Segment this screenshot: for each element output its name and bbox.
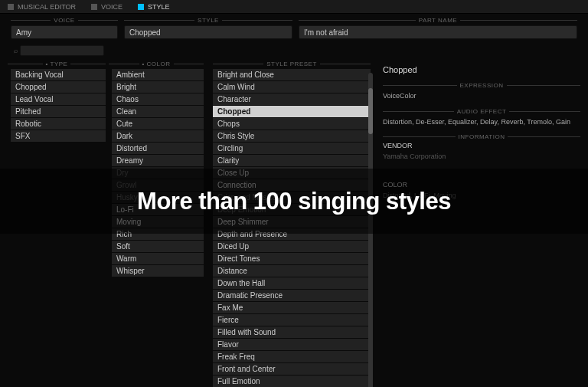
type-column-header: • TYPE — [43, 61, 71, 67]
list-item[interactable]: Filled with Sound — [213, 326, 371, 338]
list-item[interactable]: Fax Me — [213, 302, 371, 313]
list-item[interactable]: Crisp and Musical — [213, 192, 371, 203]
list-item[interactable]: Chopped — [213, 106, 371, 117]
type-list: Backing VocalChoppedLead VocalPitchedRob… — [11, 69, 106, 143]
voice-field[interactable]: Amy — [11, 25, 118, 39]
list-item[interactable]: Full Emotion — [213, 376, 371, 387]
expression-value: VoiceColor — [383, 89, 580, 105]
list-item[interactable]: Chris Style — [213, 130, 371, 142]
list-item[interactable]: Diced Up — [213, 241, 371, 252]
tab-style[interactable]: STYLE — [130, 0, 178, 13]
preset-list: Bright and CloseCalm WindCharacterChoppe… — [213, 69, 371, 387]
list-item[interactable]: Dreamy — [112, 155, 204, 166]
list-item[interactable]: Dramatic Presence — [213, 290, 371, 301]
square-icon — [138, 4, 144, 10]
voice-header-label: VOICE — [51, 17, 77, 24]
list-item[interactable]: Dark — [112, 130, 204, 142]
list-item[interactable]: Front and Center — [213, 363, 371, 375]
list-item[interactable]: Direct Tones — [213, 253, 371, 264]
expression-section-label: EXPRESSION — [457, 82, 507, 89]
list-item[interactable]: Husky — [112, 192, 204, 203]
list-item[interactable]: Chopped — [11, 81, 106, 93]
preset-scrollbar[interactable] — [368, 73, 373, 387]
list-item[interactable]: Calm Wind — [213, 81, 371, 93]
style-header-label: STYLE — [194, 17, 222, 24]
list-item[interactable]: Circling — [213, 143, 371, 154]
list-item[interactable]: Down the Hall — [213, 277, 371, 289]
vendor-value: Yamaha Corporation — [383, 149, 580, 166]
information-section-label: INFORMATION — [456, 133, 508, 140]
list-item[interactable]: SFX — [11, 130, 106, 142]
detail-color-label: COLOR — [383, 179, 580, 189]
list-item[interactable]: Bright and Close — [213, 69, 371, 80]
list-item[interactable]: Backing Vocal — [11, 69, 106, 80]
list-item[interactable]: Lead Vocal — [11, 93, 106, 105]
list-item[interactable]: Flavor — [213, 339, 371, 350]
list-item[interactable]: Bright — [112, 81, 204, 93]
list-item[interactable]: Lo-Fi — [112, 204, 204, 215]
search-row: ⌕ — [0, 44, 588, 59]
part-name-field[interactable]: I'm not afraid — [299, 25, 577, 39]
color-list: AmbientBrightChaosCleanCuteDarkDistorted… — [112, 69, 204, 277]
list-item[interactable]: Deep Shimmer — [213, 216, 371, 228]
list-item[interactable]: Close Up — [213, 167, 371, 179]
list-item[interactable]: Growl — [112, 179, 204, 191]
list-item[interactable]: Robotic — [11, 118, 106, 130]
tab-musical-editor[interactable]: MUSICAL EDITOR — [0, 0, 83, 13]
list-item[interactable]: Depth and Presence — [213, 228, 371, 240]
list-item[interactable]: Fierce — [213, 314, 371, 326]
list-item[interactable]: Warm — [112, 253, 204, 264]
list-item[interactable]: Pitched — [11, 106, 106, 117]
search-icon: ⌕ — [14, 47, 18, 54]
list-item[interactable]: Moving — [112, 216, 204, 228]
list-item[interactable]: Connection — [213, 179, 371, 191]
audio-effect-section-label: AUDIO EFFECT — [454, 108, 510, 115]
detail-title: Chopped — [383, 59, 580, 79]
list-item[interactable]: Freak Freq — [213, 351, 371, 362]
list-item[interactable]: Character — [213, 93, 371, 105]
list-item[interactable]: Distance — [213, 265, 371, 277]
list-item[interactable]: Dry — [112, 167, 204, 179]
scroll-thumb[interactable] — [368, 88, 373, 134]
preset-column-header: STYLE PRESET — [263, 61, 320, 67]
search-input[interactable] — [20, 45, 104, 56]
vendor-label: VENDOR — [383, 140, 580, 149]
part-header-label: PART NAME — [416, 17, 460, 24]
list-item[interactable]: Deep Emotion — [213, 204, 371, 215]
top-tabs: MUSICAL EDITOR VOICE STYLE — [0, 0, 588, 14]
list-item[interactable]: Chops — [213, 118, 371, 130]
list-item[interactable]: Ambient — [112, 69, 204, 80]
header-row: VOICE Amy STYLE Chopped PART NAME I'm no… — [0, 14, 588, 44]
detail-color-value: Distorted, Lo-Fi, Moving — [383, 189, 580, 205]
list-item[interactable]: Distorted — [112, 143, 204, 154]
audio-effect-value: Distortion, De-Esser, Equalizer, Delay, … — [383, 115, 580, 131]
color-column-header: • COLOR — [139, 61, 174, 67]
list-item[interactable]: Chaos — [112, 93, 204, 105]
square-icon — [8, 4, 14, 10]
style-field[interactable]: Chopped — [124, 25, 292, 39]
list-item[interactable]: Soft — [112, 241, 204, 252]
square-icon — [91, 4, 97, 10]
list-item[interactable]: Rich — [112, 228, 204, 240]
list-item[interactable]: Whisper — [112, 265, 204, 277]
tab-voice[interactable]: VOICE — [83, 0, 130, 13]
list-item[interactable]: Cute — [112, 118, 204, 130]
list-item[interactable]: Clean — [112, 106, 204, 117]
list-item[interactable]: Clarity — [213, 155, 371, 166]
